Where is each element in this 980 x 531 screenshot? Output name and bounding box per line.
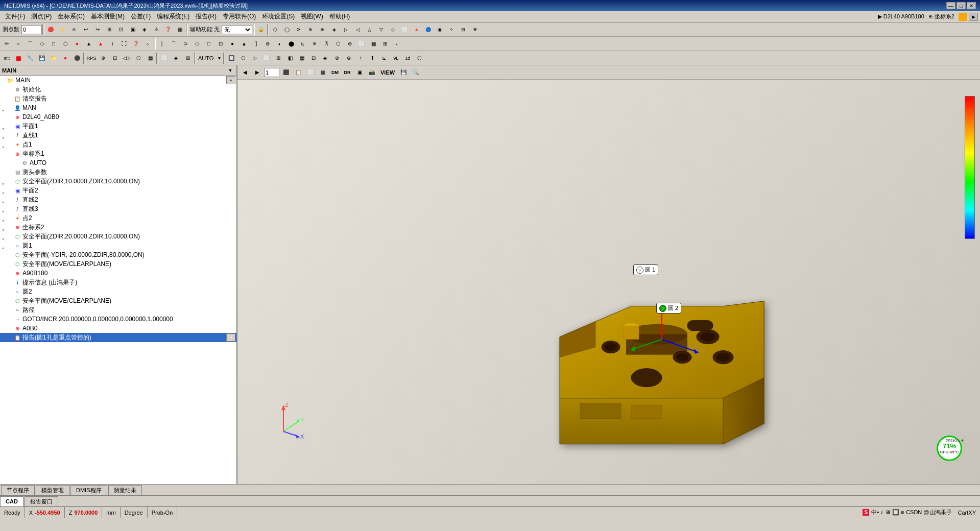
tree-item-man[interactable]: ●👤MAN <box>0 103 236 112</box>
tree-item-a90b180[interactable]: ⊕A90B180 <box>0 269 236 278</box>
tree-item-a0b0[interactable]: ⊕A0B0 <box>0 324 236 333</box>
minimize-button[interactable]: — <box>946 2 955 9</box>
vp-save-btn[interactable]: 💾 <box>398 67 409 78</box>
points-input[interactable] <box>21 25 42 34</box>
tb3-11[interactable]: ◁▷ <box>121 53 132 64</box>
tree-item-circle1[interactable]: ●○圆1 <box>0 241 236 250</box>
tb2-12[interactable]: ❓ <box>130 38 141 50</box>
tb3-29[interactable]: ⬆ <box>367 53 378 64</box>
tb-m15[interactable]: ◉ <box>434 24 445 35</box>
tb3-32[interactable]: 1d <box>402 53 413 64</box>
tab-cad[interactable]: CAD <box>0 496 23 506</box>
tb3-27[interactable]: ⊛ <box>343 53 354 64</box>
tb-m8[interactable]: ◁ <box>352 24 363 35</box>
tb2-19[interactable]: ⊡ <box>215 38 226 50</box>
tb2-14[interactable]: | <box>156 38 168 50</box>
tree-item-plane2[interactable]: ●▣平面2 <box>0 186 236 195</box>
vp-btn-1[interactable]: ⬛ <box>280 67 292 78</box>
tb-m7[interactable]: ▷ <box>340 24 351 35</box>
tb2-6[interactable]: ⬡ <box>60 38 71 50</box>
tb2-31[interactable]: ⬜ <box>356 38 367 50</box>
tree-item-safe2[interactable]: ●⬡安全平面(ZDIR,20.0000,ZDIR,10.0000,ON) <box>0 232 236 241</box>
tb3-16[interactable]: ⊞ <box>182 53 194 64</box>
tb2-2[interactable]: ○ <box>13 38 24 50</box>
tb-m9[interactable]: △ <box>364 24 375 35</box>
tb2-34[interactable]: ⬩ <box>391 38 402 50</box>
tb-btn-10[interactable]: ⚠ <box>151 24 162 35</box>
tb-btn-7[interactable]: ⊡ <box>115 24 127 35</box>
tb-m12[interactable]: ⬜ <box>399 24 410 35</box>
menu-file[interactable]: 文件(F) <box>2 11 28 22</box>
panel-collapse-btn[interactable]: ▼ <box>226 67 234 74</box>
vp-page-num[interactable] <box>264 68 279 77</box>
vp-play-fwd[interactable]: ▶ <box>252 67 263 78</box>
tb2-20[interactable]: ● <box>227 38 238 50</box>
tree-item-line2[interactable]: ●/直线2 <box>0 195 236 204</box>
tb2-15[interactable]: ⌒ <box>168 38 179 50</box>
tb-btn-1[interactable]: 🔴 <box>45 24 56 35</box>
tree-item-safe5[interactable]: ⬡安全平面(MOVE/CLEARPLANE) <box>0 296 236 305</box>
tb-btn-2[interactable]: ⚡ <box>57 24 68 35</box>
tree-item-auto[interactable]: ⚙AUTO <box>0 158 236 167</box>
tb3-14[interactable]: ⬜ <box>159 53 170 64</box>
tree-item-goto[interactable]: →GOTO/INCR,200.000000,0.000000,0.000000,… <box>0 315 236 324</box>
tab-report-window[interactable]: 报告窗口 <box>25 496 58 506</box>
tb2-32[interactable]: ▦ <box>368 38 379 50</box>
vp-play-back[interactable]: ◀ <box>240 67 251 78</box>
tb-m2[interactable]: ◯ <box>281 24 293 35</box>
menu-view[interactable]: 视图(W) <box>298 11 326 22</box>
tb2-29[interactable]: ⬡ <box>332 38 344 50</box>
tree-item-plane1[interactable]: ●▣平面1 <box>0 122 236 131</box>
tree-item-info[interactable]: ℹ提示信息 (山鸿果子) <box>0 278 236 287</box>
tb-btn-5[interactable]: ↪ <box>92 24 103 35</box>
assist-select[interactable]: 无 <box>222 25 252 34</box>
tb2-33[interactable]: ⊞ <box>379 38 391 50</box>
tb-m10[interactable]: ▽ <box>375 24 387 35</box>
tb3-9[interactable]: ⊕ <box>98 53 109 64</box>
tb2-11[interactable]: ⛶ <box>118 38 130 50</box>
tab-model-manage[interactable]: 模型管理 <box>36 485 69 495</box>
tb3-4[interactable]: 💾 <box>36 53 47 64</box>
tb2-5[interactable]: □ <box>48 38 59 50</box>
tb3-22[interactable]: ◧ <box>284 53 296 64</box>
close-button[interactable]: ✕ <box>967 2 976 9</box>
tb3-10[interactable]: ⊡ <box>109 53 121 64</box>
tb2-22[interactable]: ⟧ <box>250 38 261 50</box>
tree-item-coord2[interactable]: ●⊕坐标系2 <box>0 223 236 232</box>
tb3-13[interactable]: ▦ <box>145 53 156 64</box>
vp-btn-4[interactable]: ▦ <box>317 67 328 78</box>
tb3-23[interactable]: ▦ <box>296 53 307 64</box>
vp-btn-6[interactable]: DR <box>342 67 353 78</box>
tb3-6[interactable]: ● <box>60 53 71 64</box>
tb3-1[interactable]: Init <box>1 53 12 64</box>
tb3-33[interactable]: ⬡ <box>414 53 425 64</box>
tb2-24[interactable]: ⬧ <box>274 38 285 50</box>
tree-item-path[interactable]: ⤷路径 <box>0 305 236 315</box>
tab-node-program[interactable]: 节点程序 <box>1 485 35 495</box>
tb2-21[interactable]: ▲ <box>238 38 250 50</box>
tb-m17[interactable]: ⊞ <box>458 24 469 35</box>
menu-program[interactable]: 编程系统(E) <box>154 11 193 22</box>
tb2-28[interactable]: ⊼ <box>321 38 332 50</box>
menu-coords[interactable]: 坐标系(C) <box>55 11 88 22</box>
tb2-7[interactable]: ● <box>71 38 83 50</box>
tree-item-line3[interactable]: ●/直线3 <box>0 204 236 213</box>
tb-btn-3[interactable]: ✱ <box>68 24 80 35</box>
tb-m5[interactable]: ⊗ <box>317 24 328 35</box>
tb3-15[interactable]: ◈ <box>171 53 182 64</box>
tb-m11[interactable]: ◇ <box>387 24 398 35</box>
vp-search-btn[interactable]: 🔍 <box>410 67 421 78</box>
vp-btn-7[interactable]: ▣ <box>354 67 365 78</box>
tb3-7[interactable]: ⚫ <box>71 53 83 64</box>
tb-btn-12[interactable]: ▦ <box>174 24 185 35</box>
tree-item-main[interactable]: 📁MAIN▪ <box>0 76 236 85</box>
menu-report[interactable]: 报告(R) <box>193 11 220 22</box>
tb2-18[interactable]: □ <box>203 38 214 50</box>
tb2-23[interactable]: ⊛ <box>262 38 273 50</box>
tree-item-safe1[interactable]: ●⬡安全平面(ZDIR,10.0000,ZDIR,10.0000,ON) <box>0 177 236 186</box>
tb3-5[interactable]: 📁 <box>48 53 59 64</box>
vp-btn-2[interactable]: 📋 <box>293 67 304 78</box>
tb2-10[interactable]: ⟩ <box>107 38 118 50</box>
tree-item-init[interactable]: ⚙初始化 <box>0 85 236 94</box>
tb3-12[interactable]: ⬡ <box>133 53 144 64</box>
